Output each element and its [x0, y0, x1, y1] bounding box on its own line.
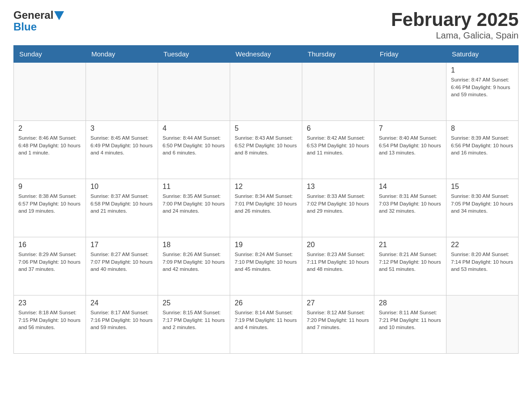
calendar-cell: 28Sunrise: 8:11 AM Sunset: 7:21 PM Dayli… [374, 295, 446, 354]
calendar-cell: 20Sunrise: 8:23 AM Sunset: 7:11 PM Dayli… [302, 237, 374, 295]
week-row-4: 16Sunrise: 8:29 AM Sunset: 7:06 PM Dayli… [14, 237, 519, 295]
calendar-cell: 8Sunrise: 8:39 AM Sunset: 6:56 PM Daylig… [446, 121, 519, 179]
calendar-cell [230, 63, 302, 121]
calendar-cell: 5Sunrise: 8:43 AM Sunset: 6:52 PM Daylig… [230, 121, 302, 179]
week-row-5: 23Sunrise: 8:18 AM Sunset: 7:15 PM Dayli… [14, 295, 519, 354]
calendar-cell: 21Sunrise: 8:21 AM Sunset: 7:12 PM Dayli… [374, 237, 446, 295]
day-number: 12 [235, 183, 297, 191]
calendar-cell [86, 63, 158, 121]
calendar-cell: 4Sunrise: 8:44 AM Sunset: 6:50 PM Daylig… [158, 121, 230, 179]
day-info: Sunrise: 8:18 AM Sunset: 7:15 PM Dayligh… [18, 309, 81, 331]
day-number: 26 [235, 299, 297, 307]
day-info: Sunrise: 8:12 AM Sunset: 7:20 PM Dayligh… [307, 309, 369, 331]
day-info: Sunrise: 8:35 AM Sunset: 7:00 PM Dayligh… [163, 193, 225, 215]
header-day-monday: Monday [86, 46, 158, 63]
day-info: Sunrise: 8:39 AM Sunset: 6:56 PM Dayligh… [451, 134, 514, 157]
calendar-cell: 6Sunrise: 8:42 AM Sunset: 6:53 PM Daylig… [302, 121, 374, 179]
calendar-cell [374, 63, 446, 121]
header-day-tuesday: Tuesday [158, 46, 230, 63]
calendar-cell [446, 295, 519, 354]
day-number: 2 [18, 124, 81, 133]
calendar-cell: 9Sunrise: 8:38 AM Sunset: 6:57 PM Daylig… [14, 179, 86, 237]
day-number: 15 [451, 183, 514, 191]
day-number: 16 [18, 241, 81, 249]
calendar-cell: 3Sunrise: 8:45 AM Sunset: 6:49 PM Daylig… [86, 121, 158, 179]
day-info: Sunrise: 8:29 AM Sunset: 7:06 PM Dayligh… [18, 251, 81, 273]
logo-triangle-icon [54, 11, 64, 20]
day-info: Sunrise: 8:31 AM Sunset: 7:03 PM Dayligh… [379, 193, 442, 215]
calendar-cell: 10Sunrise: 8:37 AM Sunset: 6:58 PM Dayli… [86, 179, 158, 237]
day-info: Sunrise: 8:38 AM Sunset: 6:57 PM Dayligh… [18, 193, 81, 215]
day-info: Sunrise: 8:15 AM Sunset: 7:17 PM Dayligh… [163, 309, 225, 331]
week-row-3: 9Sunrise: 8:38 AM Sunset: 6:57 PM Daylig… [14, 179, 519, 237]
day-info: Sunrise: 8:43 AM Sunset: 6:52 PM Dayligh… [235, 134, 297, 157]
logo: General Blue [13, 9, 64, 33]
calendar-cell: 19Sunrise: 8:24 AM Sunset: 7:10 PM Dayli… [230, 237, 302, 295]
logo-general-text: General [13, 9, 53, 21]
day-info: Sunrise: 8:20 AM Sunset: 7:14 PM Dayligh… [451, 251, 514, 273]
day-number: 6 [307, 124, 369, 133]
day-number: 19 [235, 241, 297, 249]
day-number: 1 [451, 66, 514, 74]
day-number: 3 [90, 124, 153, 133]
day-info: Sunrise: 8:17 AM Sunset: 7:16 PM Dayligh… [90, 309, 153, 331]
day-number: 8 [451, 124, 514, 133]
calendar-cell [302, 63, 374, 121]
day-number: 10 [90, 183, 153, 191]
day-number: 23 [18, 299, 81, 307]
calendar-cell: 11Sunrise: 8:35 AM Sunset: 7:00 PM Dayli… [158, 179, 230, 237]
day-info: Sunrise: 8:37 AM Sunset: 6:58 PM Dayligh… [90, 193, 153, 215]
day-number: 5 [235, 124, 297, 133]
calendar-cell: 2Sunrise: 8:46 AM Sunset: 6:48 PM Daylig… [14, 121, 86, 179]
day-number: 4 [163, 124, 225, 133]
calendar-cell: 24Sunrise: 8:17 AM Sunset: 7:16 PM Dayli… [86, 295, 158, 354]
day-info: Sunrise: 8:21 AM Sunset: 7:12 PM Dayligh… [379, 251, 442, 273]
day-info: Sunrise: 8:40 AM Sunset: 6:54 PM Dayligh… [379, 134, 442, 157]
calendar-cell: 15Sunrise: 8:30 AM Sunset: 7:05 PM Dayli… [446, 179, 519, 237]
header-day-saturday: Saturday [446, 46, 519, 63]
day-number: 13 [307, 183, 369, 191]
day-number: 7 [379, 124, 442, 133]
day-info: Sunrise: 8:34 AM Sunset: 7:01 PM Dayligh… [235, 193, 297, 215]
calendar-header: SundayMondayTuesdayWednesdayThursdayFrid… [14, 46, 519, 63]
day-info: Sunrise: 8:14 AM Sunset: 7:19 PM Dayligh… [235, 309, 297, 331]
day-number: 28 [379, 299, 442, 307]
calendar-cell: 17Sunrise: 8:27 AM Sunset: 7:07 PM Dayli… [86, 237, 158, 295]
header-day-thursday: Thursday [302, 46, 374, 63]
calendar-table: SundayMondayTuesdayWednesdayThursdayFrid… [13, 45, 519, 354]
day-info: Sunrise: 8:26 AM Sunset: 7:09 PM Dayligh… [163, 251, 225, 273]
day-info: Sunrise: 8:47 AM Sunset: 6:46 PM Dayligh… [451, 76, 514, 98]
day-info: Sunrise: 8:27 AM Sunset: 7:07 PM Dayligh… [90, 251, 153, 273]
calendar-cell: 26Sunrise: 8:14 AM Sunset: 7:19 PM Dayli… [230, 295, 302, 354]
day-number: 9 [18, 183, 81, 191]
calendar-cell: 22Sunrise: 8:20 AM Sunset: 7:14 PM Dayli… [446, 237, 519, 295]
day-number: 22 [451, 241, 514, 249]
day-number: 17 [90, 241, 153, 249]
header-day-sunday: Sunday [14, 46, 86, 63]
calendar-cell: 25Sunrise: 8:15 AM Sunset: 7:17 PM Dayli… [158, 295, 230, 354]
calendar-cell: 7Sunrise: 8:40 AM Sunset: 6:54 PM Daylig… [374, 121, 446, 179]
day-number: 27 [307, 299, 369, 307]
day-info: Sunrise: 8:42 AM Sunset: 6:53 PM Dayligh… [307, 134, 369, 157]
header-day-friday: Friday [374, 46, 446, 63]
calendar-cell: 18Sunrise: 8:26 AM Sunset: 7:09 PM Dayli… [158, 237, 230, 295]
calendar-title-section: February 2025 Lama, Galicia, Spain [391, 9, 519, 41]
calendar-subtitle: Lama, Galicia, Spain [391, 30, 519, 41]
day-info: Sunrise: 8:24 AM Sunset: 7:10 PM Dayligh… [235, 251, 297, 273]
calendar-cell: 16Sunrise: 8:29 AM Sunset: 7:06 PM Dayli… [14, 237, 86, 295]
day-info: Sunrise: 8:33 AM Sunset: 7:02 PM Dayligh… [307, 193, 369, 215]
day-info: Sunrise: 8:44 AM Sunset: 6:50 PM Dayligh… [163, 134, 225, 157]
header-day-wednesday: Wednesday [230, 46, 302, 63]
day-number: 11 [163, 183, 225, 191]
day-number: 20 [307, 241, 369, 249]
day-info: Sunrise: 8:11 AM Sunset: 7:21 PM Dayligh… [379, 309, 442, 331]
logo-blue-text: Blue [13, 21, 37, 33]
calendar-cell [158, 63, 230, 121]
week-row-1: 1Sunrise: 8:47 AM Sunset: 6:46 PM Daylig… [14, 63, 519, 121]
calendar-cell: 13Sunrise: 8:33 AM Sunset: 7:02 PM Dayli… [302, 179, 374, 237]
day-number: 25 [163, 299, 225, 307]
day-number: 14 [379, 183, 442, 191]
calendar-cell: 12Sunrise: 8:34 AM Sunset: 7:01 PM Dayli… [230, 179, 302, 237]
calendar-title: February 2025 [391, 9, 519, 30]
day-number: 24 [90, 299, 153, 307]
